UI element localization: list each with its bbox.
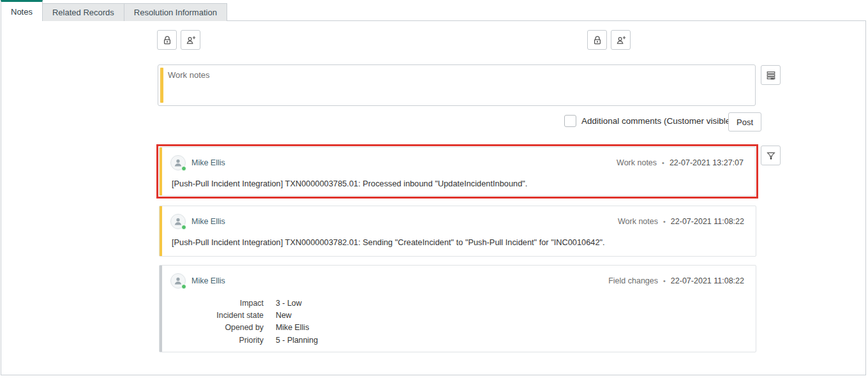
field-change-row: Opened by Mike Ellis [170, 322, 744, 334]
activity-highlight-outline: Mike Ellis Work notes • 22-07-2021 13:27… [156, 144, 758, 199]
activity-stream-toggle-button[interactable] [761, 65, 781, 85]
tab-related-records[interactable]: Related Records [43, 3, 124, 21]
work-notes-type-bar [160, 206, 162, 256]
activity-type: Field changes [608, 276, 658, 285]
work-notes-mandatory-bar [160, 68, 163, 103]
meta-separator-dot: • [663, 277, 666, 285]
activity-timestamp: 22-07-2021 11:08:22 [671, 276, 744, 285]
lock-icon [592, 35, 602, 45]
work-notes-type-bar [160, 147, 162, 195]
field-change-value: Mike Ellis [276, 322, 309, 334]
meta-separator-dot: • [662, 159, 664, 167]
activity-meta: Field changes • 22-07-2021 11:08:22 [608, 276, 744, 285]
field-change-row: Impact 3 - Low [170, 297, 744, 310]
additional-comments-checkbox[interactable] [564, 115, 576, 127]
activity-card: Mike Ellis Work notes • 22-07-2021 11:08… [159, 206, 756, 257]
activity-filter-button[interactable] [761, 146, 781, 165]
presence-dot [181, 225, 186, 230]
work-notes-input[interactable] [158, 65, 755, 105]
field-change-name: Incident state [170, 310, 264, 322]
activity-message: [Push-Pull Incident Integration] TXN0000… [172, 179, 744, 188]
activity-card: Mike Ellis Work notes • 22-07-2021 13:27… [159, 147, 756, 196]
form-tab-bar: Notes Related Records Resolution Informa… [1, 0, 227, 21]
avatar [170, 155, 186, 170]
watch-list-add-user-button[interactable] [181, 30, 200, 50]
activity-timestamp: 22-07-2021 13:27:07 [670, 158, 744, 167]
meta-separator-dot: • [663, 218, 666, 225]
activity-meta: Work notes • 22-07-2021 13:27:07 [617, 158, 744, 167]
field-change-name: Impact [170, 297, 264, 310]
activity-message: [Push-Pull Incident Integration] TXN0000… [172, 237, 744, 247]
field-change-value: 5 - Planning [276, 334, 318, 347]
activity-author: Mike Ellis [191, 158, 225, 167]
activity-card: Mike Ellis Field changes • 22-07-2021 11… [159, 265, 756, 352]
activity-meta: Work notes • 22-07-2021 11:08:22 [618, 217, 744, 226]
field-change-name: Priority [170, 334, 264, 347]
watch-list-lock-button[interactable] [157, 30, 177, 50]
filter-icon [766, 151, 776, 161]
field-changes-type-bar [160, 266, 162, 352]
activity-type: Work notes [618, 217, 658, 226]
post-button[interactable]: Post [728, 112, 761, 131]
work-notes-list-add-user-button[interactable] [611, 30, 631, 50]
activity-author: Mike Ellis [191, 217, 225, 226]
add-user-icon [616, 35, 626, 45]
work-notes-list-lock-button[interactable] [587, 30, 607, 50]
field-change-row: Priority 5 - Planning [170, 334, 744, 347]
field-changes-list: Impact 3 - Low Incident state New Opened… [170, 297, 744, 347]
activity-timestamp: 22-07-2021 11:08:22 [671, 217, 744, 226]
field-change-row: Incident state New [170, 310, 744, 322]
activity-author: Mike Ellis [191, 276, 225, 285]
work-notes-field [158, 64, 756, 106]
presence-dot [181, 284, 186, 289]
avatar [170, 273, 186, 289]
activity-type: Work notes [617, 158, 657, 167]
add-user-icon [186, 35, 196, 45]
additional-comments-label: Additional comments (Customer visible) [581, 116, 733, 126]
avatar [170, 214, 186, 229]
field-change-value: 3 - Low [276, 297, 302, 310]
tab-notes[interactable]: Notes [1, 0, 43, 21]
field-change-name: Opened by [170, 322, 264, 334]
field-change-value: New [276, 310, 292, 322]
presence-dot [181, 166, 186, 171]
activity-stream-icon [766, 70, 776, 80]
notes-section: Notes Related Records Resolution Informa… [0, 0, 868, 383]
tab-resolution-information[interactable]: Resolution Information [124, 3, 227, 21]
lock-icon [162, 35, 172, 45]
